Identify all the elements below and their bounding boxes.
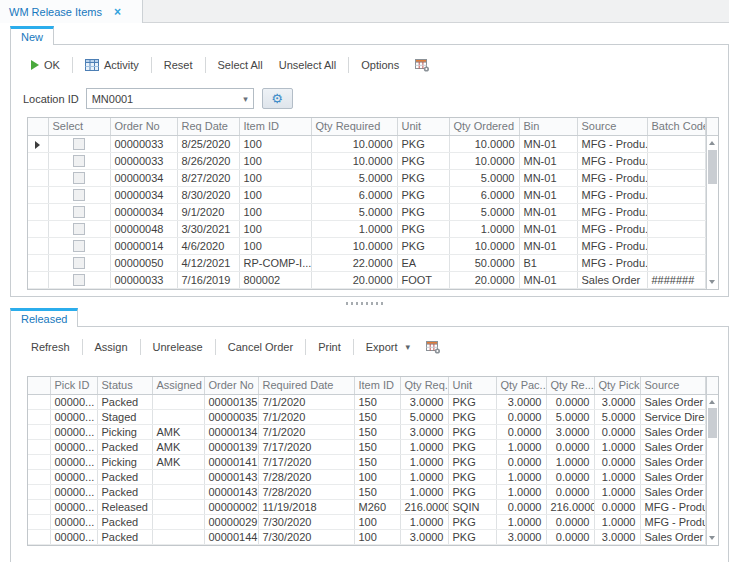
column-header[interactable]: Item ID	[354, 377, 400, 394]
cell-bin: MN-01	[519, 152, 577, 169]
cell-qty-required: 1.0000	[400, 439, 448, 454]
row-checkbox[interactable]	[73, 189, 85, 201]
reset-button[interactable]: Reset	[156, 56, 201, 74]
row-checkbox[interactable]	[73, 155, 85, 167]
table-row[interactable]: 000000483/30/20211001.0000PKG1.0000MN-01…	[28, 220, 705, 237]
table-row[interactable]: 00000...Packed000000297/30/20201001.0000…	[28, 514, 705, 529]
select-cell[interactable]	[48, 186, 110, 203]
grid-settings-button[interactable]	[418, 338, 449, 357]
table-row[interactable]: 000000144/6/202010010.0000PKG10.0000MN-0…	[28, 237, 705, 254]
cell-source: MFG - Produc...	[640, 499, 705, 514]
scroll-up-arrow[interactable]	[707, 137, 718, 149]
cell-qty-remaining: 0.0000	[546, 394, 594, 409]
column-header[interactable]: Order No	[204, 377, 258, 394]
column-header[interactable]: Bin	[519, 118, 577, 135]
column-header[interactable]: Order No	[110, 118, 177, 135]
assign-button[interactable]: Assign	[87, 338, 136, 356]
unselect-all-button[interactable]: Unselect All	[271, 56, 344, 74]
select-cell[interactable]	[48, 254, 110, 271]
panel-splitter[interactable]	[0, 300, 729, 306]
ok-button[interactable]: OK	[23, 56, 68, 74]
select-cell[interactable]	[48, 152, 110, 169]
column-header[interactable]: Source	[640, 377, 705, 394]
table-row[interactable]: 000000349/1/20201005.0000PKG5.0000MN-01M…	[28, 203, 705, 220]
table-row[interactable]: 000000338/26/202010010.0000PKG10.0000MN-…	[28, 152, 705, 169]
column-header[interactable]: Status	[97, 377, 152, 394]
column-header[interactable]: Qty Required	[311, 118, 397, 135]
export-button[interactable]: Export ▾	[358, 338, 418, 356]
column-header[interactable]: Select	[48, 118, 110, 135]
print-button[interactable]: Print	[310, 338, 349, 356]
table-row[interactable]: 00000...Packed000001447/30/20201003.0000…	[28, 529, 705, 544]
table-row[interactable]: 00000...PickingAMK000001347/1/20201503.0…	[28, 424, 705, 439]
table-row[interactable]: 00000...Released0000000211/19/2018M26021…	[28, 499, 705, 514]
table-row[interactable]: 000000337/16/201980000220.0000FOOT20.000…	[28, 271, 705, 288]
row-checkbox[interactable]	[73, 257, 85, 269]
column-header[interactable]: Pick ID	[50, 377, 97, 394]
row-checkbox[interactable]	[73, 274, 85, 286]
select-cell[interactable]	[48, 135, 110, 152]
column-header[interactable]: Source	[577, 118, 647, 135]
column-header[interactable]: Assigned ...	[152, 377, 204, 394]
vertical-scrollbar[interactable]	[706, 377, 718, 545]
table-row[interactable]: 000000338/25/202010010.0000PKG10.0000MN-…	[28, 135, 705, 152]
options-button[interactable]: Options	[353, 56, 407, 74]
column-header[interactable]: Qty Req...	[400, 377, 448, 394]
tab-released[interactable]: Released	[10, 308, 78, 327]
vertical-scrollbar[interactable]	[706, 118, 718, 289]
scroll-down-arrow[interactable]	[707, 532, 718, 544]
tab-new[interactable]: New	[10, 26, 54, 45]
document-tab[interactable]: WM Release Items ×	[0, 0, 143, 23]
table-row[interactable]: 00000...Packed000001357/1/20201503.0000P…	[28, 394, 705, 409]
row-checkbox[interactable]	[73, 240, 85, 252]
table-row[interactable]: 00000...Packed000001437/28/20201001.0000…	[28, 469, 705, 484]
unrelease-button[interactable]: Unrelease	[145, 338, 211, 356]
scrollbar-thumb[interactable]	[708, 150, 717, 184]
table-row[interactable]: 000000348/30/20201006.0000PKG6.0000MN-01…	[28, 186, 705, 203]
select-cell[interactable]	[48, 203, 110, 220]
column-header[interactable]: Qty Ordered	[449, 118, 519, 135]
select-cell[interactable]	[48, 169, 110, 186]
scroll-up-arrow[interactable]	[707, 396, 718, 408]
column-header[interactable]: Required Date	[258, 377, 354, 394]
column-header[interactable]: Qty Pick...	[594, 377, 640, 394]
table-row[interactable]: 00000...PickingAMK000001417/17/20201501.…	[28, 454, 705, 469]
row-checkbox[interactable]	[73, 138, 85, 150]
column-header[interactable]: Qty Pac...	[496, 377, 546, 394]
column-header[interactable]: Unit	[397, 118, 449, 135]
grid-settings-button[interactable]	[407, 56, 438, 75]
cell-pick-id: 00000...	[50, 499, 97, 514]
cell-unit: PKG	[397, 186, 449, 203]
select-all-button[interactable]: Select All	[210, 56, 271, 74]
table-row[interactable]: 00000...Staged000000357/1/20201505.0000P…	[28, 409, 705, 424]
cell-assigned: AMK	[152, 454, 204, 469]
table-row[interactable]: 000000348/27/20201005.0000PKG5.0000MN-01…	[28, 169, 705, 186]
location-id-combobox[interactable]: MN0001 ▾	[86, 88, 254, 109]
select-cell[interactable]	[48, 237, 110, 254]
row-checkbox[interactable]	[73, 206, 85, 218]
cell-qty-required: 216.0000	[400, 499, 448, 514]
column-header[interactable]: Qty Re...	[546, 377, 594, 394]
cell-order-no: 00000141	[204, 454, 258, 469]
column-header[interactable]: Item ID	[239, 118, 311, 135]
table-row[interactable]: 00000...PackedAMK000001397/17/20201501.0…	[28, 439, 705, 454]
scroll-down-arrow[interactable]	[707, 276, 718, 288]
close-icon[interactable]: ×	[114, 6, 121, 18]
select-cell[interactable]	[48, 220, 110, 237]
row-checkbox[interactable]	[73, 172, 85, 184]
location-settings-button[interactable]: ⚙	[262, 88, 293, 109]
cancel-order-button[interactable]: Cancel Order	[220, 338, 301, 356]
row-checkbox[interactable]	[73, 223, 85, 235]
chevron-down-icon[interactable]: ▾	[243, 94, 248, 104]
table-row[interactable]: 000000504/12/2021RP-COMP-I...22.0000EA50…	[28, 254, 705, 271]
table-row[interactable]: 00000...Packed000001437/28/20201501.0000…	[28, 484, 705, 499]
refresh-button[interactable]: Refresh	[23, 338, 78, 356]
column-header[interactable]: Batch Code	[647, 118, 705, 135]
scrollbar-thumb[interactable]	[708, 408, 717, 438]
column-header[interactable]: Unit	[448, 377, 496, 394]
activity-button[interactable]: Activity	[77, 56, 147, 74]
column-header[interactable]: Req Date	[177, 118, 239, 135]
export-button-label: Export	[366, 341, 398, 353]
cell-qty-required: 3.0000	[400, 394, 448, 409]
select-cell[interactable]	[48, 271, 110, 288]
